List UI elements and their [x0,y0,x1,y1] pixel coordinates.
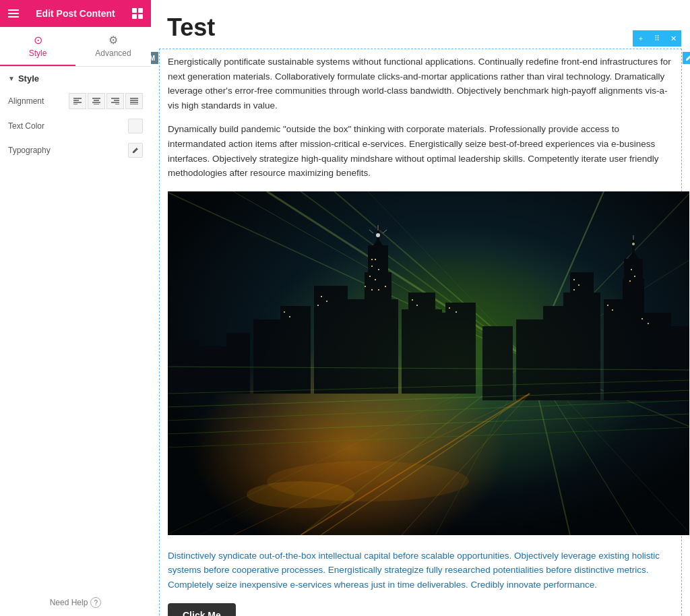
content-block: + ⠿ ✕ M Energistically pontificate susta… [159,49,682,616]
close-block-button[interactable]: ✕ [665,30,681,47]
text-color-control: Text Color [8,119,143,133]
tab-bar: ⊙ Style ⚙ Advanced [0,27,151,67]
main-content: Test + ⠿ ✕ M Energistically pontificate … [151,0,690,616]
section-arrow-icon: ▼ [8,75,15,82]
align-justify-button[interactable] [125,93,143,109]
bottom-paragraph: Distinctively syndicate out-of-the-box i… [168,551,660,590]
bottom-text: Distinctively syndicate out-of-the-box i… [160,541,681,598]
tab-advanced[interactable]: ⚙ Advanced [75,27,151,66]
help-icon: ? [90,597,101,608]
section-title-text: Style [18,73,39,84]
align-center-button[interactable] [88,93,105,109]
hamburger-icon[interactable] [8,9,19,18]
advanced-tab-label: Advanced [95,49,131,58]
alignment-control: Alignment [8,93,143,109]
need-help-section[interactable]: Need Help ? [0,589,151,616]
paragraph-2: Dynamically build pandemic "outside the … [168,122,673,180]
m-badge: M [151,52,158,64]
sidebar: Edit Post Content ⊙ Style ⚙ Advanced ▼ S… [0,0,151,616]
svg-rect-113 [168,191,689,535]
alignment-buttons [69,93,143,109]
style-tab-label: Style [29,49,47,58]
typography-label: Typography [8,146,55,155]
canvas-area: Test + ⠿ ✕ M Energistically pontificate … [151,0,690,616]
click-me-button[interactable]: Click Me [168,603,236,616]
style-tab-icon: ⊙ [34,34,42,47]
need-help-text: Need Help [50,598,88,607]
color-swatch-container [128,119,143,133]
content-text-block: Energistically pontificate sustainable s… [160,49,681,186]
edit-badge[interactable] [683,52,690,64]
text-color-label: Text Color [8,121,55,131]
sidebar-content: ▼ Style Alignment Te [0,67,151,589]
typography-edit-button[interactable] [128,143,143,158]
color-swatch[interactable] [128,119,143,133]
advanced-tab-icon: ⚙ [108,34,118,47]
block-toolbar: + ⠿ ✕ [633,30,681,47]
sidebar-title: Edit Post Content [36,8,115,19]
move-block-button[interactable]: ⠿ [649,30,665,47]
paragraph-1: Energistically pontificate sustainable s… [168,55,673,113]
align-right-button[interactable] [106,93,124,109]
style-section-title: ▼ Style [8,73,143,84]
add-block-button[interactable]: + [633,30,649,47]
grid-icon[interactable] [132,8,143,19]
page-title: Test [151,0,690,49]
sidebar-header: Edit Post Content [0,0,151,27]
align-left-button[interactable] [69,93,86,109]
alignment-label: Alignment [8,96,55,106]
tab-style[interactable]: ⊙ Style [0,27,75,66]
city-image [168,191,689,535]
city-scene-canvas [168,191,689,535]
typography-control: Typography [8,143,143,158]
